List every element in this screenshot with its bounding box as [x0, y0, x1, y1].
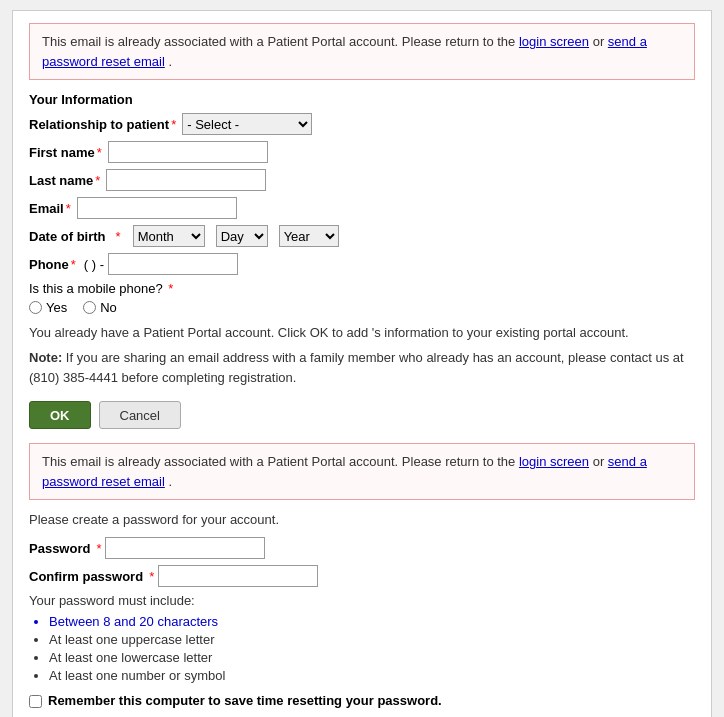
alert2-text-middle: or — [593, 454, 608, 469]
last-name-label: Last name — [29, 173, 93, 188]
rule-characters: Between 8 and 20 characters — [49, 614, 695, 629]
no-radio[interactable] — [83, 301, 96, 314]
email-required: * — [66, 201, 71, 216]
yes-radio-label[interactable]: Yes — [29, 300, 67, 315]
password-input[interactable] — [105, 537, 265, 559]
ok-cancel-row: OK Cancel — [29, 401, 695, 429]
email-row: Email * — [29, 197, 695, 219]
alert1-login-link[interactable]: login screen — [519, 34, 589, 49]
dob-label: Date of birth — [29, 229, 106, 244]
password-row: Password * — [29, 537, 695, 559]
no-radio-label[interactable]: No — [83, 300, 117, 315]
dob-required: * — [116, 229, 121, 244]
remember-label: Remember this computer to save time rese… — [48, 693, 442, 708]
phone-required: * — [71, 257, 76, 272]
email-input[interactable] — [77, 197, 237, 219]
dob-month-select[interactable]: Month JanuaryFebruaryMarch AprilMayJune … — [133, 225, 205, 247]
alert-banner-2: This email is already associated with a … — [29, 443, 695, 500]
phone-row: Phone * ( ) - — [29, 253, 695, 275]
mobile-radio-row: Yes No — [29, 300, 695, 315]
existing-account-text: You already have a Patient Portal accoun… — [29, 325, 695, 340]
first-name-input[interactable] — [108, 141, 268, 163]
must-include-text: Your password must include: — [29, 593, 695, 608]
remember-checkbox[interactable] — [29, 695, 42, 708]
note-body: If you are sharing an email address with… — [29, 350, 684, 385]
cancel-button[interactable]: Cancel — [99, 401, 181, 429]
confirm-password-label: Confirm password — [29, 569, 143, 584]
note-text: Note: If you are sharing an email addres… — [29, 348, 695, 387]
mobile-question: Is this a mobile phone? * — [29, 281, 695, 296]
alert1-text-middle: or — [593, 34, 608, 49]
dob-year-select[interactable]: Year 2024200019901980197019601950 — [279, 225, 339, 247]
remember-row: Remember this computer to save time rese… — [29, 693, 695, 708]
dob-day-select[interactable]: Day 12345 678910 15202528293031 — [216, 225, 268, 247]
password-rules-list: Between 8 and 20 characters At least one… — [29, 614, 695, 683]
phone-prefix: ( ) - — [84, 257, 104, 272]
alert1-text-after: . — [168, 54, 172, 69]
relationship-required: * — [171, 117, 176, 132]
alert1-text-before: This email is already associated with a … — [42, 34, 519, 49]
last-name-input[interactable] — [106, 169, 266, 191]
relationship-select[interactable]: - Select - Self Parent Spouse Child Guar… — [182, 113, 312, 135]
yes-radio[interactable] — [29, 301, 42, 314]
confirm-required: * — [149, 569, 154, 584]
no-label: No — [100, 300, 117, 315]
rule-uppercase: At least one uppercase letter — [49, 632, 695, 647]
first-name-label: First name — [29, 145, 95, 160]
phone-label: Phone — [29, 257, 69, 272]
last-name-row: Last name * — [29, 169, 695, 191]
first-name-required: * — [97, 145, 102, 160]
last-name-required: * — [95, 173, 100, 188]
confirm-password-input[interactable] — [158, 565, 318, 587]
note-bold: Note: — [29, 350, 62, 365]
rule-number: At least one number or symbol — [49, 668, 695, 683]
relationship-label: Relationship to patient — [29, 117, 169, 132]
password-section: Please create a password for your accoun… — [29, 512, 695, 717]
email-label: Email — [29, 201, 64, 216]
phone-input[interactable] — [108, 253, 238, 275]
alert2-text-after: . — [168, 474, 172, 489]
first-name-row: First name * — [29, 141, 695, 163]
password-intro: Please create a password for your accoun… — [29, 512, 695, 527]
password-label: Password — [29, 541, 90, 556]
mobile-required: * — [168, 281, 173, 296]
alert-banner-1: This email is already associated with a … — [29, 23, 695, 80]
your-information-title: Your Information — [29, 92, 695, 107]
dob-row: Date of birth * Month JanuaryFebruaryMar… — [29, 225, 695, 247]
alert2-login-link[interactable]: login screen — [519, 454, 589, 469]
yes-label: Yes — [46, 300, 67, 315]
ok-button[interactable]: OK — [29, 401, 91, 429]
page-container: This email is already associated with a … — [12, 10, 712, 717]
rule-lowercase: At least one lowercase letter — [49, 650, 695, 665]
password-required: * — [96, 541, 101, 556]
confirm-password-row: Confirm password * — [29, 565, 695, 587]
relationship-row: Relationship to patient * - Select - Sel… — [29, 113, 695, 135]
alert2-text-before: This email is already associated with a … — [42, 454, 519, 469]
